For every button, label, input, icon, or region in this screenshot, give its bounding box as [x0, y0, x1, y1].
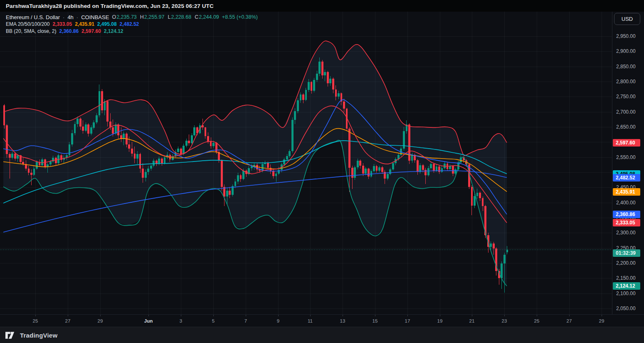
- time-axis-label: 25: [534, 318, 540, 323]
- bb-basis-price-label: 2,360.86: [613, 211, 640, 218]
- symbol-interval: 4h: [67, 14, 73, 20]
- price-axis-tick: 2,400.00: [616, 200, 636, 206]
- time-axis-tickmark: [504, 315, 505, 316]
- tradingview-logo-icon: [5, 332, 17, 339]
- time-axis-tickmark: [278, 315, 279, 316]
- price-axis-tick: 2,100.00: [616, 291, 636, 296]
- time-axis-label: Jun: [144, 318, 153, 323]
- time-axis-tickmark: [246, 315, 246, 316]
- indicator-legend-row[interactable]: EMA 20/50/100/2002,333.052,435.912,495.0…: [6, 21, 258, 27]
- price-change: +8.55 (+0.38%): [222, 14, 258, 20]
- ohlc-key: H: [140, 14, 144, 20]
- price-axis-tick: 2,550.00: [616, 154, 636, 160]
- indicator-value: 2,482.52: [120, 21, 139, 27]
- ohlc-value: 2,244.09: [199, 14, 219, 20]
- price-axis-tick: 2,900.00: [616, 48, 636, 54]
- time-axis-label: 29: [599, 318, 605, 323]
- time-axis-label: 5: [212, 318, 215, 323]
- indicator-value: 2,597.60: [81, 28, 101, 34]
- time-axis-tickmark: [35, 315, 36, 316]
- bb-lower-price-label: 2,124.12: [613, 282, 640, 290]
- ohlc-value: 2,228.68: [171, 14, 191, 20]
- time-axis-tickmark: [310, 315, 311, 316]
- time-axis-label: 9: [277, 318, 279, 323]
- indicator-legend-row[interactable]: BB (20, SMA, close, 2)2,360.862,597.602,…: [6, 28, 258, 35]
- price-axis-tick: 2,950.00: [616, 33, 636, 39]
- indicator-value: 2,360.86: [59, 28, 79, 34]
- tradingview-snapshot: ParshwaTurakhiya28 published on TradingV…: [0, 0, 644, 343]
- price-axis-tick: 2,850.00: [616, 64, 636, 70]
- time-axis-label: 15: [373, 318, 378, 323]
- ohlc-pair: C2,244.09: [195, 14, 219, 20]
- ohlc-value: 2,235.73: [116, 14, 137, 20]
- time-axis-tickmark: [213, 315, 214, 316]
- time-axis[interactable]: 252729Jun357911131517192123252729: [0, 314, 644, 327]
- tradingview-logo-link[interactable]: TradingView: [5, 332, 57, 339]
- time-axis-label: 27: [567, 318, 572, 323]
- bar-close-countdown-badge: 01:32:39: [613, 249, 640, 257]
- ema200-price-label: 2,482.52: [613, 174, 640, 181]
- currency-toggle-button[interactable]: USD: [614, 13, 640, 25]
- time-axis-label: 25: [33, 318, 38, 323]
- price-axis-tick: 2,750.00: [616, 94, 636, 99]
- time-axis-tickmark: [472, 315, 472, 316]
- indicator-value: 2,435.91: [75, 21, 94, 27]
- legend-separator: ·: [76, 14, 78, 20]
- chart-legend: Ethereum / U.S. Dollar · 4h · COINBASE O…: [6, 14, 258, 35]
- time-axis-tickmark: [181, 315, 181, 316]
- footer-bar: TradingView: [0, 327, 644, 343]
- tradingview-logo-text: TradingView: [20, 332, 57, 339]
- indicator-name: EMA 20/50/100/200: [6, 21, 49, 27]
- time-axis-label: 11: [308, 318, 313, 323]
- ema50-price-label: 2,435.91: [613, 188, 640, 196]
- time-axis-tickmark: [100, 315, 101, 316]
- time-axis-tickmark: [537, 315, 537, 316]
- time-axis-label: 19: [437, 318, 443, 323]
- price-axis-tick: 2,200.00: [616, 260, 636, 266]
- indicator-legend-rows: EMA 20/50/100/2002,333.052,435.912,495.0…: [6, 21, 258, 35]
- candlestick-chart-canvas[interactable]: [0, 12, 612, 314]
- symbol-title: Ethereum / U.S. Dollar: [6, 14, 60, 20]
- indicator-value: 2,333.05: [52, 21, 72, 27]
- time-axis-tickmark: [375, 315, 375, 316]
- price-axis-tick: 2,300.00: [616, 230, 636, 236]
- price-axis-tick: 2,050.00: [616, 306, 636, 311]
- ohlc-key: C: [195, 14, 198, 20]
- time-axis-tickmark: [440, 315, 440, 316]
- ohlc-key: L: [168, 14, 171, 20]
- time-axis-label: 27: [65, 318, 71, 323]
- time-axis-label: 3: [180, 318, 182, 323]
- time-axis-tickmark: [569, 315, 570, 316]
- time-axis-label: 21: [469, 318, 475, 323]
- price-axis-tick: 2,150.00: [616, 275, 636, 281]
- symbol-legend-row[interactable]: Ethereum / U.S. Dollar · 4h · COINBASE O…: [6, 14, 258, 20]
- time-axis-tickmark: [343, 315, 343, 316]
- price-axis-tick: 2,700.00: [616, 109, 636, 115]
- time-axis-tickmark: [68, 315, 68, 316]
- time-axis-label: 29: [98, 318, 103, 323]
- time-axis-label: 17: [405, 318, 410, 323]
- ohlc-pair: H2,255.97: [140, 14, 165, 20]
- ohlc-key: O: [112, 14, 116, 20]
- bb-upper-price-label: 2,597.60: [613, 139, 640, 147]
- attribution-bar: ParshwaTurakhiya28 published on TradingV…: [0, 0, 644, 12]
- time-axis-label: 13: [340, 318, 345, 323]
- time-axis-label: 23: [502, 318, 507, 323]
- price-axis-tick: 2,650.00: [616, 124, 636, 130]
- indicator-value: 2,495.08: [97, 21, 117, 27]
- symbol-exchange: COINBASE: [81, 14, 109, 20]
- indicator-value: 2,124.12: [104, 28, 123, 34]
- ohlc-values: O2,235.73H2,255.97L2,228.68C2,244.09: [112, 14, 219, 20]
- ohlc-value: 2,255.97: [144, 14, 165, 20]
- chart-pane[interactable]: [0, 12, 612, 314]
- ohlc-pair: L2,228.68: [168, 14, 192, 20]
- price-axis[interactable]: USD 2,950.002,900.002,850.002,800.002,75…: [612, 12, 644, 314]
- time-axis-tickmark: [407, 315, 408, 316]
- ema20-price-label: 2,333.05: [613, 219, 640, 226]
- ohlc-pair: O2,235.73: [112, 14, 136, 20]
- time-axis-label: 7: [244, 318, 247, 323]
- indicator-name: BB (20, SMA, close, 2): [6, 28, 56, 34]
- time-axis-tickmark: [148, 315, 149, 316]
- legend-separator: ·: [63, 14, 64, 20]
- time-axis-tickmark: [602, 315, 602, 316]
